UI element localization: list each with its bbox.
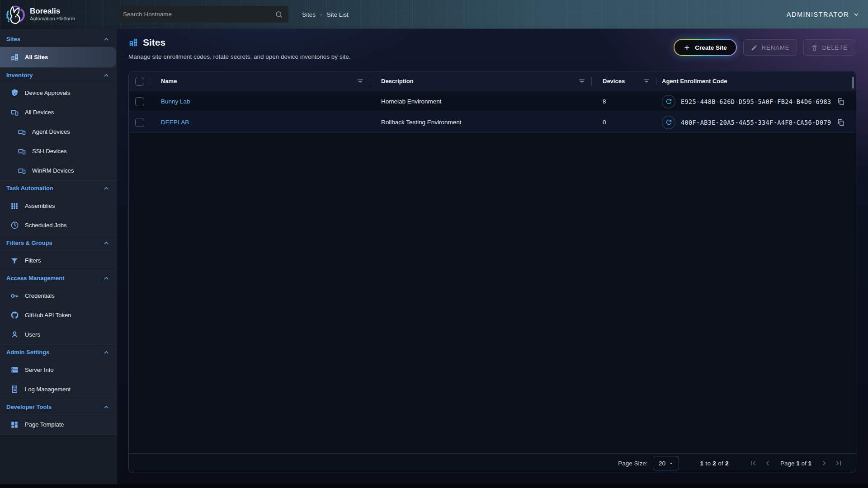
section-items: Credentials GitHub API Token Users <box>0 286 117 345</box>
sidebar-item-assemblies[interactable]: Assemblies <box>0 196 117 216</box>
column-header-name[interactable]: Name <box>150 71 370 91</box>
chevron-up-icon <box>103 275 110 282</box>
pagination-nav: Page 1 of 1 <box>747 457 845 469</box>
funnel-icon <box>10 257 19 265</box>
sidebar-item-label: SSH Devices <box>32 148 67 155</box>
header-checkbox-cell <box>129 71 150 91</box>
sidebar-section-task-automation[interactable]: Task Automation <box>0 181 117 196</box>
sidebar-item-credentials[interactable]: Credentials <box>0 286 117 305</box>
rename-button[interactable]: RENAME <box>743 39 797 56</box>
app-title: Borealis <box>30 7 75 16</box>
column-header-description[interactable]: Description <box>370 71 592 91</box>
sidebar-item-label: WinRM Devices <box>32 167 74 174</box>
search-input[interactable] <box>123 11 275 18</box>
sidebar-item-all-sites[interactable]: All Sites <box>0 47 116 67</box>
sidebar-item-ssh-devices[interactable]: SSH Devices <box>0 141 117 161</box>
enrollment-code: 400F-AB3E-20A5-4A55-334F-A4F8-CA56-D079 <box>681 119 831 126</box>
sidebar: Sites All Sites Inventory Device Approva… <box>0 29 118 484</box>
user-menu[interactable]: ADMINISTRATOR <box>787 0 860 29</box>
delete-button[interactable]: DELETE <box>803 39 855 56</box>
previous-page-icon[interactable] <box>761 457 774 469</box>
copy-icon[interactable] <box>837 118 845 127</box>
next-page-icon[interactable] <box>818 457 830 469</box>
copy-icon[interactable] <box>837 98 845 106</box>
sidebar-item-github-api-token[interactable]: GitHub API Token <box>0 305 117 325</box>
section-label: Inventory <box>6 72 33 79</box>
clock-icon <box>10 221 19 230</box>
devices-icon <box>10 108 19 117</box>
column-label: Name <box>150 78 177 84</box>
sidebar-item-winrm-devices[interactable]: WinRM Devices <box>0 161 117 180</box>
create-site-button[interactable]: Create Site <box>674 39 737 56</box>
rotate-code-button[interactable] <box>662 116 675 129</box>
sidebar-section-inventory[interactable]: Inventory <box>0 68 117 83</box>
sidebar-section-developer-tools[interactable]: Developer Tools <box>0 399 117 415</box>
grid-icon <box>10 202 19 210</box>
sidebar-item-page-template[interactable]: Page Template <box>0 415 117 434</box>
row-checkbox-cell <box>129 112 150 132</box>
sidebar-section-access-management[interactable]: Access Management <box>0 271 117 286</box>
main-content: Sites Manage site enrollment codes, rota… <box>118 29 868 484</box>
rotate-code-button[interactable] <box>662 95 675 108</box>
row-checkbox-cell <box>129 91 150 112</box>
sidebar-item-users[interactable]: Users <box>0 325 117 344</box>
sidebar-section-sites[interactable]: Sites <box>0 32 117 47</box>
filter-icon[interactable] <box>578 78 585 85</box>
delete-label: DELETE <box>822 44 848 51</box>
sidebar-item-device-approvals[interactable]: Device Approvals <box>0 83 117 103</box>
row-checkbox[interactable] <box>135 97 144 106</box>
sidebar-section-filters-groups[interactable]: Filters & Groups <box>0 235 117 251</box>
section-items: Page Template <box>0 415 117 435</box>
site-name-link[interactable]: DEEPLAB <box>150 119 189 126</box>
last-page-icon[interactable] <box>832 457 845 469</box>
sites-table-card: Name Description Devices Agent Enrollmen… <box>128 71 856 473</box>
scrollbar-thumb[interactable] <box>852 77 854 89</box>
column-header-enrollment-code[interactable]: Agent Enrollment Code <box>656 71 856 91</box>
column-header-devices[interactable]: Devices <box>592 71 656 91</box>
plus-icon <box>684 44 690 51</box>
page-size-label: Page Size: <box>618 460 647 467</box>
app-subtitle: Automation Platform <box>30 16 75 22</box>
first-page-icon[interactable] <box>747 457 760 469</box>
devices-icon <box>17 127 26 136</box>
filter-icon[interactable] <box>357 78 364 85</box>
breadcrumb-separator-icon: › <box>320 11 322 18</box>
caret-down-icon <box>669 461 674 466</box>
pencil-icon <box>751 44 758 51</box>
filter-icon[interactable] <box>643 78 650 85</box>
search-icon[interactable] <box>275 10 283 19</box>
row-checkbox[interactable] <box>135 118 144 127</box>
chevron-down-icon <box>853 11 860 18</box>
devices-icon <box>17 166 26 175</box>
description-cell: Homelab Environment <box>370 91 592 112</box>
sidebar-item-label: All Devices <box>25 109 54 116</box>
sidebar-item-label: Page Template <box>25 421 64 428</box>
name-cell: DEEPLAB <box>150 112 370 132</box>
create-site-label: Create Site <box>695 44 727 51</box>
table-row[interactable]: Bunny Lab Homelab Environment 8 E925-448… <box>129 91 856 112</box>
borealis-rabbit-logo-icon <box>5 3 26 25</box>
sidebar-item-label: Server Info <box>25 366 54 373</box>
enrollment-code: E925-448B-626D-D595-5A0F-FB24-B4D6-6983 <box>681 98 831 105</box>
section-label: Filters & Groups <box>6 239 52 246</box>
sidebar-item-scheduled-jobs[interactable]: Scheduled Jobs <box>0 216 117 235</box>
pagination-bar: Page Size: 20 1 to 2 of 2 Page 1 of 1 <box>129 453 856 473</box>
enrollment-code-cell: 400F-AB3E-20A5-4A55-334F-A4F8-CA56-D079 <box>656 112 856 132</box>
section-label: Sites <box>6 36 20 42</box>
site-name-link[interactable]: Bunny Lab <box>150 98 190 105</box>
devices-icon <box>17 147 26 156</box>
sidebar-item-log-management[interactable]: Log Management <box>0 380 117 399</box>
table-row[interactable]: DEEPLAB Rollback Testing Environment 0 4… <box>129 112 856 133</box>
sidebar-item-filters[interactable]: Filters <box>0 251 117 270</box>
sidebar-item-all-devices[interactable]: All Devices <box>0 103 117 122</box>
sidebar-item-label: Scheduled Jobs <box>25 222 67 229</box>
select-all-checkbox[interactable] <box>135 77 144 86</box>
row-range-text: 1 to 2 of 2 <box>700 460 728 467</box>
sidebar-item-server-info[interactable]: Server Info <box>0 360 117 380</box>
section-label: Developer Tools <box>6 404 52 410</box>
sidebar-item-agent-devices[interactable]: Agent Devices <box>0 122 117 141</box>
sidebar-section-admin-settings[interactable]: Admin Settings <box>0 345 117 360</box>
description-cell: Rollback Testing Environment <box>370 112 592 132</box>
page-size-select[interactable]: 20 <box>653 456 679 470</box>
breadcrumb-sites[interactable]: Sites <box>302 11 316 18</box>
